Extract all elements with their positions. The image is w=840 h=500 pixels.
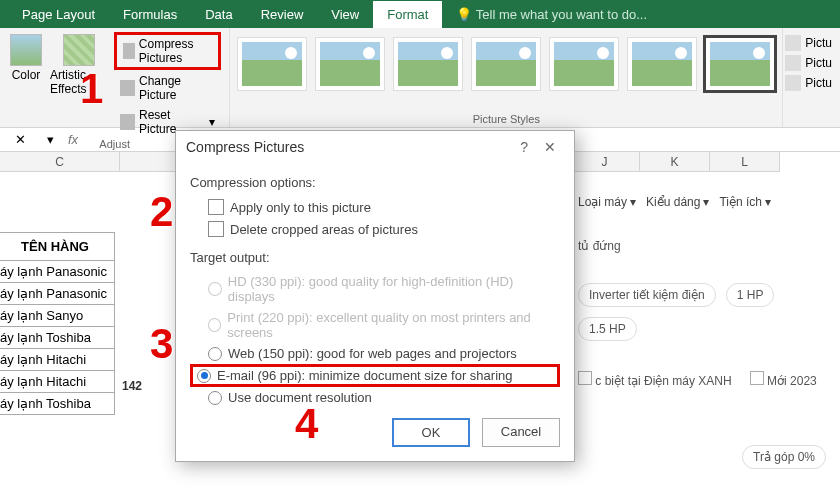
tab-view[interactable]: View [317,1,373,28]
style-thumb-7[interactable] [706,38,774,90]
picture-styles-label: Picture Styles [238,113,774,125]
right-content: Loại máy ▾ Kiểu dáng ▾ Tiện ích ▾ tủ đứn… [578,195,828,388]
compress-pictures-dialog: Compress Pictures ? ✕ Compression option… [175,130,575,462]
filter-tien[interactable]: Tiện ích ▾ [719,195,771,209]
style-thumb-6[interactable] [628,38,696,90]
change-picture-button[interactable]: Change Picture [114,72,221,104]
reset-picture-icon [120,114,135,130]
callout-3: 3 [150,320,173,368]
opt-web[interactable]: Web (150 ppi): good for web pages and pr… [190,343,560,364]
table-row[interactable]: áy lạnh Panasonic [0,283,114,305]
table-row[interactable]: áy lạnh Toshiba [0,393,114,415]
tell-me-search[interactable]: 💡 Tell me what you want to do... [442,1,840,28]
opt-docres[interactable]: Use document resolution [190,387,560,408]
style-thumb-3[interactable] [394,38,462,90]
change-picture-icon [120,80,135,96]
fx-label: fx [60,132,86,147]
tag-tragop[interactable]: Trả góp 0% [742,445,826,469]
dialog-help-button[interactable]: ? [512,139,536,155]
group-adjust: Color Artistic Effects Compress Pictures… [0,28,230,127]
opt-print: Print (220 ppi): excellent quality on mo… [190,307,560,343]
style-thumb-1[interactable] [238,38,306,90]
callout-2: 2 [150,188,173,236]
filter-kieu[interactable]: Kiểu dáng ▾ [646,195,709,209]
target-output-label: Target output: [190,250,560,265]
docres-radio[interactable] [208,391,222,405]
delete-cropped-checkbox[interactable] [208,221,224,237]
opt-delete-cropped[interactable]: Delete cropped areas of pictures [190,218,560,240]
col-j[interactable]: J [570,152,640,172]
col-c[interactable]: C [0,152,120,172]
picture-border-button[interactable]: Pictu [783,34,834,52]
table-rows: áy lạnh Panasonic áy lạnh Panasonic áy l… [0,261,115,415]
compress-pictures-button[interactable]: Compress Pictures [114,32,221,70]
apply-only-checkbox[interactable] [208,199,224,215]
check-2023[interactable]: Mới 2023 [750,371,817,388]
ribbon-tabs: Page Layout Formulas Data Review View Fo… [0,0,840,28]
table-row[interactable]: áy lạnh Toshiba [0,327,114,349]
ok-button[interactable]: OK [392,418,470,447]
dialog-title: Compress Pictures [186,139,304,155]
tag-15hp[interactable]: 1.5 HP [578,317,637,341]
effects-icon [785,55,801,71]
style-thumb-2[interactable] [316,38,384,90]
table-row[interactable]: áy lạnh Sanyo [0,305,114,327]
web-radio[interactable] [208,347,222,361]
tab-formulas[interactable]: Formulas [109,1,191,28]
tab-data[interactable]: Data [191,1,246,28]
group-picture-styles: Picture Styles [230,28,783,127]
tag-inverter[interactable]: Inverter tiết kiệm điện [578,283,716,307]
style-thumb-4[interactable] [472,38,540,90]
table-row[interactable]: áy lạnh Panasonic [0,261,114,283]
compression-options-label: Compression options: [190,175,560,190]
picture-effects-button[interactable]: Pictu [783,54,834,72]
opt-apply-only[interactable]: Apply only to this picture [190,196,560,218]
callout-4: 4 [295,400,318,448]
check-xanh[interactable]: c biệt tại Điện máy XANH [578,371,732,388]
color-icon [10,34,42,66]
picture-options: Pictu Pictu Pictu [783,28,840,127]
dialog-close-button[interactable]: ✕ [536,139,564,155]
artistic-icon [63,34,95,66]
row-number: 142 [122,379,142,393]
email-radio[interactable] [197,369,211,383]
text-tudung: tủ đứng [578,239,828,253]
col-l[interactable]: L [710,152,780,172]
style-thumb-5[interactable] [550,38,618,90]
tag-1hp[interactable]: 1 HP [726,283,775,307]
opt-hd: HD (330 ppi): good quality for high-defi… [190,271,560,307]
picture-layout-button[interactable]: Pictu [783,74,834,92]
callout-1: 1 [80,65,103,113]
print-radio [208,318,221,332]
table-row[interactable]: áy lạnh Hitachi [0,349,114,371]
compress-icon [123,43,135,59]
col-k[interactable]: K [640,152,710,172]
tab-page-layout[interactable]: Page Layout [8,1,109,28]
color-button[interactable]: Color [8,32,44,84]
opt-email[interactable]: E-mail (96 ppi): minimize document size … [190,364,560,387]
table-header: TÊN HÀNG [0,232,115,261]
table-row[interactable]: áy lạnh Hitachi [0,371,114,393]
hd-radio [208,282,222,296]
layout-icon [785,75,801,91]
cancel-button[interactable]: Cancel [482,418,560,447]
ribbon: Color Artistic Effects Compress Pictures… [0,28,840,128]
tab-review[interactable]: Review [247,1,318,28]
border-icon [785,35,801,51]
filter-loai[interactable]: Loại máy ▾ [578,195,636,209]
tab-format[interactable]: Format [373,1,442,28]
